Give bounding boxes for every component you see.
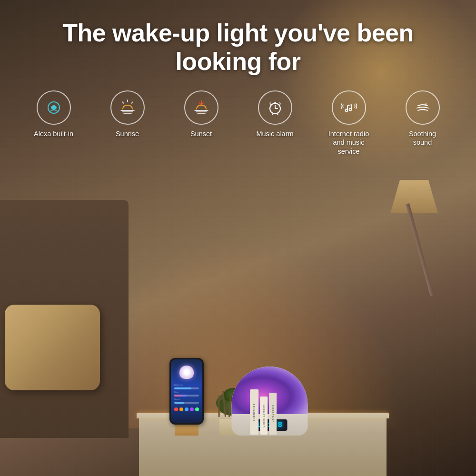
feature-sunset: Sunset	[164, 90, 238, 139]
color-dot-blue	[185, 407, 188, 411]
title-section: The wake-up light you've been looking fo…	[0, 0, 476, 86]
svg-rect-17	[274, 102, 276, 104]
phone-slider-2	[174, 395, 199, 397]
book-3-title: Caravaggio	[271, 405, 274, 422]
feature-internet-radio: Internet radioand musicservice	[312, 90, 386, 157]
sound-icon	[413, 98, 432, 117]
internet-radio-label: Internet radioand musicservice	[328, 129, 369, 157]
color-dot-orange	[179, 407, 183, 411]
svg-point-18	[345, 109, 347, 111]
phone-slider-fill-1	[174, 387, 192, 389]
floor-lamp	[381, 156, 438, 299]
svg-point-19	[349, 108, 351, 110]
svg-line-4	[122, 102, 124, 103]
book-2-title: Gilles Lambert	[262, 404, 265, 427]
phone-slider-fill-2	[174, 395, 187, 397]
phone-stand	[175, 424, 198, 436]
color-dot-purple	[190, 407, 194, 411]
color-dot-green	[195, 407, 199, 411]
sunset-label: Sunset	[190, 129, 212, 139]
phone-app: Brightness Color Speed	[171, 359, 202, 423]
phone-slider-3	[174, 402, 199, 404]
phone-brightness-label: Brightness	[174, 384, 199, 386]
phone-with-stand: Brightness Color Speed	[168, 359, 206, 433]
features-row: Alexa built-in Sunrise	[0, 86, 476, 157]
alexa-icon-circle	[37, 90, 71, 125]
svg-line-15	[272, 114, 273, 115]
phone-color-dots	[174, 407, 199, 411]
alexa-label: Alexa built-in	[34, 129, 73, 139]
svg-line-3	[131, 102, 133, 103]
book-3: Caravaggio	[269, 393, 277, 435]
phone-slider-1	[174, 387, 199, 389]
soothing-sound-label: Soothingsound	[409, 129, 436, 148]
sticks-decoration	[218, 391, 232, 419]
color-dot-red	[174, 407, 178, 411]
radio-icon	[339, 98, 358, 117]
book-2: Gilles Lambert	[260, 397, 268, 435]
scene-section: Brightness Color Speed	[0, 156, 476, 476]
books: FURNITURE Gilles Lambert Caravaggio	[250, 389, 277, 435]
alexa-icon	[44, 98, 63, 117]
phone-body: Brightness Color Speed	[169, 358, 204, 425]
feature-soothing-sound: Soothingsound	[386, 90, 459, 148]
book-1-title: FURNITURE	[253, 403, 256, 421]
feature-alexa: Alexa built-in	[17, 90, 90, 139]
sound-icon-circle	[406, 90, 440, 125]
pillow	[5, 305, 100, 390]
stick-2	[223, 391, 227, 417]
feature-music-alarm: Music alarm	[238, 90, 312, 139]
alarm-icon-circle	[258, 90, 292, 125]
radio-icon-circle	[332, 90, 366, 125]
sunrise-label: Sunrise	[116, 129, 139, 139]
phone-speed-label: Speed	[174, 398, 199, 400]
sunset-icon	[192, 98, 211, 117]
book-1: FURNITURE	[250, 389, 258, 435]
lamp-arm	[406, 203, 434, 296]
svg-line-16	[277, 114, 278, 115]
sunrise-icon-circle	[110, 90, 145, 125]
stick-1	[218, 396, 220, 417]
lamp-shade	[390, 180, 438, 213]
main-title: The wake-up light you've been looking fo…	[29, 19, 447, 76]
phone-slider-fill-3	[174, 402, 184, 404]
alarm-icon	[266, 98, 285, 117]
phone-controls: Brightness Color Speed	[174, 382, 199, 405]
phone-color-label: Color	[174, 391, 199, 393]
music-alarm-label: Music alarm	[256, 129, 293, 139]
sunrise-icon	[118, 98, 137, 117]
page-content: The wake-up light you've been looking fo…	[0, 0, 476, 476]
feature-sunrise: Sunrise	[90, 90, 164, 139]
sunset-icon-circle	[184, 90, 218, 125]
phone-screen: Brightness Color Speed	[171, 359, 202, 423]
svg-point-1	[51, 105, 56, 110]
phone-lamp-preview	[179, 366, 194, 379]
